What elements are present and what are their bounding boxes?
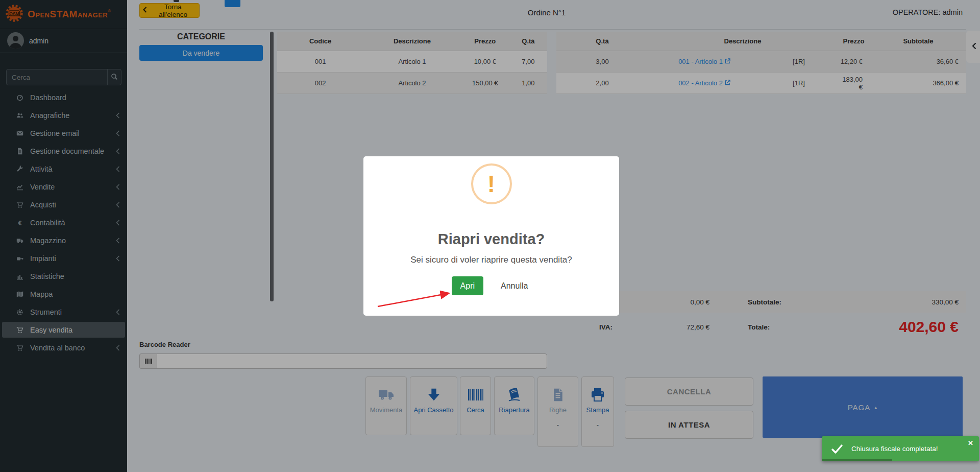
toast-progress-bar xyxy=(822,459,892,461)
dialog-buttons: Apri Annulla xyxy=(452,276,531,295)
dialog-message: Sei sicuro di voler riaprire questa vend… xyxy=(410,255,572,265)
annulla-button[interactable]: Annulla xyxy=(498,281,531,291)
success-toast[interactable]: Chiusura fiscale completata! ✕ xyxy=(822,436,979,461)
exclamation-glyph: ! xyxy=(487,172,495,196)
close-icon[interactable]: ✕ xyxy=(968,440,973,446)
apri-confirm-button[interactable]: Apri xyxy=(452,276,483,295)
warning-icon: ! xyxy=(471,163,512,204)
dialog-title: Riapri vendita? xyxy=(438,231,545,248)
check-icon xyxy=(831,443,843,455)
riapri-vendita-dialog: ! Riapri vendita? Sei sicuro di voler ri… xyxy=(363,156,619,316)
easy-vendita-screen: OSM OpenSTAManager® admin Dashboard xyxy=(0,0,980,472)
toast-message: Chiusura fiscale completata! xyxy=(851,445,938,453)
